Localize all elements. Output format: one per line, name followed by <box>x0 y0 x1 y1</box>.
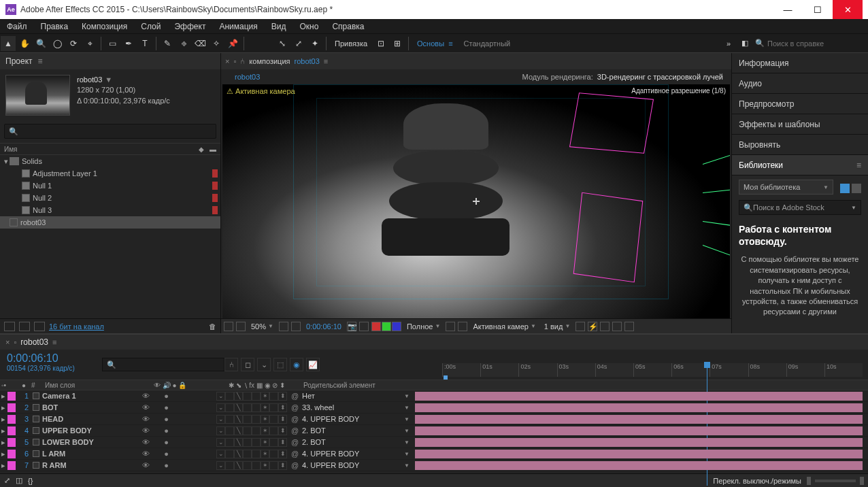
help-search-input[interactable] <box>767 39 863 48</box>
project-col-type-icon[interactable]: ◆ <box>199 146 204 153</box>
cc-lib-icon[interactable]: ◧ <box>741 39 748 48</box>
pickwhip-icon[interactable]: @ <box>291 403 299 412</box>
motion-blur-icon[interactable]: ◉ <box>290 358 303 371</box>
camera-tool[interactable]: ⌖ <box>82 36 97 51</box>
av-switches[interactable]: 👁● <box>141 461 216 469</box>
comp-mini-flow-icon[interactable]: ⑃ <box>224 358 238 371</box>
panel-menu-icon[interactable]: ≡ <box>856 161 861 170</box>
layer-bar[interactable] <box>415 392 863 401</box>
anchor-point-icon[interactable] <box>473 198 480 205</box>
roi-icon[interactable] <box>291 322 301 331</box>
pickwhip-icon[interactable]: @ <box>291 438 299 446</box>
mode-switches[interactable]: ⌄╲✶⬍ <box>216 450 291 458</box>
rotate-tool[interactable]: ⟳ <box>66 36 81 51</box>
roto-tool[interactable]: ✧ <box>209 36 224 51</box>
current-time[interactable]: 0:00:06:10 <box>303 322 344 331</box>
snap-toggle-icon[interactable]: ⊡ <box>373 36 388 51</box>
panel-align[interactable]: Выровнять <box>732 135 868 155</box>
project-item[interactable]: robot03 <box>0 216 220 229</box>
layer-color-chip[interactable] <box>7 415 16 424</box>
toggle-brackets-icon[interactable]: {} <box>28 477 33 485</box>
timeline-icon[interactable] <box>600 322 610 331</box>
av-switches[interactable]: 👁● <box>141 450 216 458</box>
project-item[interactable]: ▾Solids <box>0 155 220 167</box>
minimize-button[interactable]: — <box>773 0 803 19</box>
mode-switches[interactable]: ⌄╲✶⬍ <box>216 403 291 412</box>
rect-tool[interactable]: ▭ <box>105 36 120 51</box>
orbit-tool[interactable]: ◯ <box>50 36 65 51</box>
panel-audio[interactable]: Аудио <box>732 73 868 94</box>
library-dropdown[interactable]: Моя библиотека▼ <box>739 180 833 195</box>
twirl-icon[interactable]: ▸ <box>0 438 7 447</box>
label-chip[interactable] <box>212 206 218 214</box>
menu-effect[interactable]: Эффект <box>167 22 212 31</box>
mode-switches[interactable]: ⌄╲✶⬍ <box>216 415 291 424</box>
rgb-channels[interactable] <box>371 322 401 331</box>
channel-toggle-icon[interactable] <box>236 322 246 331</box>
layout-dropdown[interactable]: Стандартный <box>464 39 511 48</box>
layer-color-chip[interactable] <box>7 426 16 435</box>
twirl-icon[interactable]: ▸ <box>0 426 7 435</box>
viewer-close-tab[interactable]: × <box>225 57 229 65</box>
menu-animation[interactable]: Анимация <box>212 22 264 31</box>
text-tool[interactable]: T <box>137 36 152 51</box>
graph-editor-icon[interactable]: 📈 <box>306 358 320 371</box>
viewer-flow-icon[interactable]: ⑃ <box>240 57 245 65</box>
project-col-name[interactable]: Имя <box>4 146 17 153</box>
zoom-tool[interactable]: 🔍 <box>33 36 48 51</box>
panel-libraries[interactable]: Библиотеки≡ <box>732 155 868 175</box>
resolution-icon[interactable] <box>279 322 288 331</box>
layer-color-chip[interactable] <box>7 392 16 401</box>
menu-help[interactable]: Справка <box>325 22 371 31</box>
timeline-layer-row[interactable]: ▸5LOWER BODY👁●⌄╲✶⬍@2. BOT▼ <box>0 437 868 448</box>
puppet-tool[interactable]: 📌 <box>225 36 240 51</box>
selection-tool[interactable]: ▲ <box>1 36 16 51</box>
project-item[interactable]: Adjustment Layer 1 <box>0 167 220 180</box>
snap-label[interactable]: Привязка <box>335 39 367 48</box>
viewer-lock-icon[interactable]: ▫ <box>233 57 236 65</box>
exposure-icon[interactable] <box>624 322 634 331</box>
3d-light-gizmo-2[interactable] <box>573 192 643 283</box>
brush-tool[interactable]: ✎ <box>160 36 175 51</box>
twirl-icon[interactable]: ▸ <box>0 415 7 424</box>
menu-file[interactable]: Файл <box>0 22 34 31</box>
show-snapshot-icon[interactable] <box>359 322 369 331</box>
axis-local-icon[interactable]: ⤡ <box>275 36 290 51</box>
av-switches[interactable]: 👁● <box>141 438 216 446</box>
layer-bar[interactable] <box>415 461 863 470</box>
bpc-toggle[interactable]: 16 бит на канал <box>49 322 104 331</box>
axis-view-icon[interactable]: ✦ <box>307 36 322 51</box>
project-col-label-icon[interactable]: ▬ <box>210 146 216 153</box>
parent-dropdown[interactable]: @4. UPPER BODY▼ <box>291 415 414 423</box>
label-chip[interactable] <box>212 194 218 202</box>
av-switches[interactable]: 👁● <box>141 415 216 423</box>
viewer-subtab[interactable]: robot03 <box>229 73 265 81</box>
timeline-rows[interactable]: ▸1Camera 1👁●⌄╲✶⬍@Нет▼▸2BOT👁●⌄╲✶⬍@33. whe… <box>0 390 868 473</box>
close-button[interactable]: ✕ <box>833 0 863 19</box>
panel-info[interactable]: Информация <box>732 53 868 73</box>
fast-preview-icon[interactable]: ⚡ <box>588 322 597 331</box>
project-item[interactable]: Null 2 <box>0 192 220 204</box>
snap-bounds-icon[interactable]: ⊞ <box>390 36 405 51</box>
project-tree[interactable]: ▾SolidsAdjustment Layer 1Null 1Null 2Nul… <box>0 155 220 318</box>
project-item[interactable]: Null 3 <box>0 204 220 216</box>
timeline-tab-lock[interactable]: ▫ <box>14 338 16 346</box>
toggle-modes-icon[interactable]: ◫ <box>16 476 22 485</box>
maximize-button[interactable]: ☐ <box>803 0 833 19</box>
twirl-icon[interactable]: ▸ <box>0 392 7 401</box>
frame-blend-icon[interactable]: ⬚ <box>273 358 287 371</box>
project-item[interactable]: Null 1 <box>0 180 220 192</box>
layer-color-chip[interactable] <box>7 403 16 412</box>
overflow-icon[interactable]: » <box>727 39 731 48</box>
viewer-comp-name[interactable]: robot03 <box>295 57 320 65</box>
viewer-panel-menu-icon[interactable]: ≡ <box>324 57 328 65</box>
av-switches[interactable]: 👁● <box>141 426 216 435</box>
twirl-icon[interactable]: ▸ <box>0 403 7 412</box>
mode-switches[interactable]: ⌄╲✶⬍ <box>216 438 291 447</box>
layer-color-chip[interactable] <box>7 450 16 458</box>
timeline-panel-menu-icon[interactable]: ≡ <box>52 338 56 346</box>
layer-bar[interactable] <box>415 426 863 435</box>
workspace-dropdown[interactable]: Основы ≡ <box>417 39 453 48</box>
axis-world-icon[interactable]: ⤢ <box>291 36 306 51</box>
3d-light-gizmo-1[interactable] <box>569 93 654 154</box>
